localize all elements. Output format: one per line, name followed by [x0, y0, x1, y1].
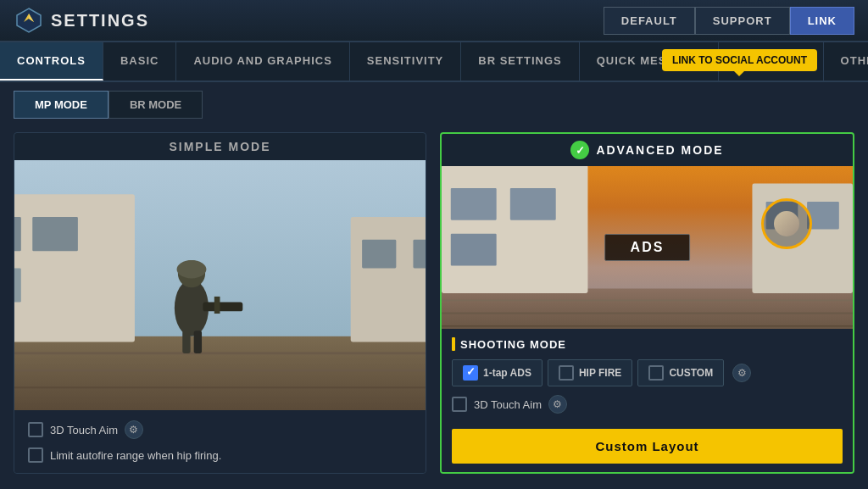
limit-autofire-row: Limit autofire range when hip firing.: [28, 447, 412, 463]
custom-checkbox: [648, 365, 664, 381]
tab-other[interactable]: OTHER: [824, 42, 868, 81]
simple-mode-title: SIMPLE MODE: [14, 133, 426, 160]
sub-tab-mp[interactable]: MP MODE: [14, 91, 108, 119]
hip-fire-button[interactable]: HIP FIRE: [548, 359, 632, 386]
svg-rect-21: [182, 331, 190, 353]
advanced-mode-panel: ✓ ADVANCED MODE: [440, 132, 854, 474]
custom-layout-button[interactable]: Custom Layout: [452, 429, 843, 464]
advanced-3d-touch-row: 3D Touch Aim ⚙: [452, 395, 843, 414]
limit-autofire-label: Limit autofire range when hip firing.: [50, 449, 221, 462]
advanced-3d-touch-checkbox[interactable]: [452, 397, 467, 412]
hip-fire-checkbox: [559, 365, 574, 381]
check-circle-icon: ✓: [570, 141, 589, 159]
shooting-mode-section: SHOOTING MODE 1-tap ADS HIP FIRE CUSTOM …: [442, 329, 853, 472]
3d-touch-aim-checkbox[interactable]: [28, 422, 43, 437]
svg-rect-7: [14, 217, 21, 251]
svg-rect-10: [351, 217, 426, 342]
header-buttons: DEFAULT SUPPORT LINK: [604, 7, 854, 35]
advanced-3d-touch-label: 3D Touch Aim: [474, 398, 542, 411]
advanced-mode-title: ✓ ADVANCED MODE: [442, 134, 853, 166]
sub-tabs: MP MODE BR MODE: [0, 82, 868, 119]
simple-mode-options: 3D Touch Aim ⚙ Limit autofire range when…: [14, 410, 426, 473]
sub-tab-br[interactable]: BR MODE: [108, 91, 203, 119]
simple-mode-panel: SIMPLE MODE: [14, 132, 426, 474]
svg-rect-12: [413, 240, 426, 269]
svg-rect-28: [451, 234, 497, 266]
tab-sensitivity[interactable]: SENSITIVITY: [350, 42, 461, 81]
logo-icon: [14, 5, 44, 36]
svg-marker-0: [17, 8, 41, 32]
shooting-mode-label: SHOOTING MODE: [460, 338, 566, 351]
limit-autofire-checkbox[interactable]: [28, 447, 43, 463]
3d-touch-aim-row: 3D Touch Aim ⚙: [28, 420, 412, 439]
settings-title: SETTINGS: [51, 11, 149, 31]
logo-area: SETTINGS: [14, 5, 149, 36]
link-button[interactable]: LINK: [790, 7, 854, 35]
advanced-mode-title-text: ADVANCED MODE: [596, 143, 723, 157]
simple-mode-scene: [14, 160, 426, 410]
ads-overlay: ADS: [604, 234, 691, 261]
svg-point-18: [177, 260, 207, 278]
1tap-ads-label: 1-tap ADS: [483, 367, 531, 379]
main-content: SIMPLE MODE: [0, 119, 868, 487]
custom-button[interactable]: CUSTOM: [637, 359, 724, 386]
tab-controls[interactable]: CONTROLS: [0, 42, 103, 81]
svg-rect-27: [510, 188, 556, 220]
1tap-ads-button[interactable]: 1-tap ADS: [452, 359, 542, 386]
yellow-bar-icon: [452, 337, 455, 351]
hip-fire-label: HIP FIRE: [579, 367, 621, 379]
svg-rect-9: [14, 268, 21, 302]
shooting-mode-gear-icon[interactable]: ⚙: [732, 364, 751, 382]
joystick-icon: [761, 198, 812, 249]
simple-mode-preview: [14, 160, 426, 410]
3d-touch-aim-gear-icon[interactable]: ⚙: [125, 420, 143, 439]
tab-audio-graphics[interactable]: AUDIO AND GRAPHICS: [176, 42, 349, 81]
tab-basic[interactable]: BASIC: [103, 42, 176, 81]
svg-rect-31: [807, 202, 839, 229]
svg-rect-19: [203, 303, 242, 312]
advanced-3d-touch-gear-icon[interactable]: ⚙: [548, 395, 567, 414]
svg-rect-22: [194, 331, 202, 353]
support-button[interactable]: SUPPORT: [695, 7, 790, 35]
joystick-inner: [774, 211, 799, 236]
default-button[interactable]: DEFAULT: [604, 7, 695, 35]
svg-rect-5: [14, 336, 426, 410]
shooting-options: 1-tap ADS HIP FIRE CUSTOM ⚙: [452, 359, 843, 386]
svg-rect-20: [214, 297, 220, 314]
3d-touch-aim-label: 3D Touch Aim: [50, 424, 118, 436]
link-tooltip: LINK TO SOCIAL ACCOUNT: [662, 49, 817, 71]
svg-rect-8: [32, 217, 78, 251]
svg-rect-6: [14, 194, 135, 342]
svg-rect-26: [451, 188, 497, 220]
tab-br-settings[interactable]: BR SETTINGS: [461, 42, 579, 81]
svg-rect-11: [362, 240, 396, 269]
svg-rect-25: [442, 166, 587, 293]
header: SETTINGS DEFAULT SUPPORT LINK: [0, 0, 868, 42]
shooting-mode-title: SHOOTING MODE: [452, 337, 843, 351]
custom-label: CUSTOM: [669, 367, 713, 379]
tabs-row: CONTROLS BASIC AUDIO AND GRAPHICS SENSIT…: [0, 42, 868, 82]
svg-rect-24: [442, 289, 853, 330]
1tap-ads-checkbox: [463, 365, 478, 381]
advanced-mode-preview: ADS: [442, 166, 853, 329]
